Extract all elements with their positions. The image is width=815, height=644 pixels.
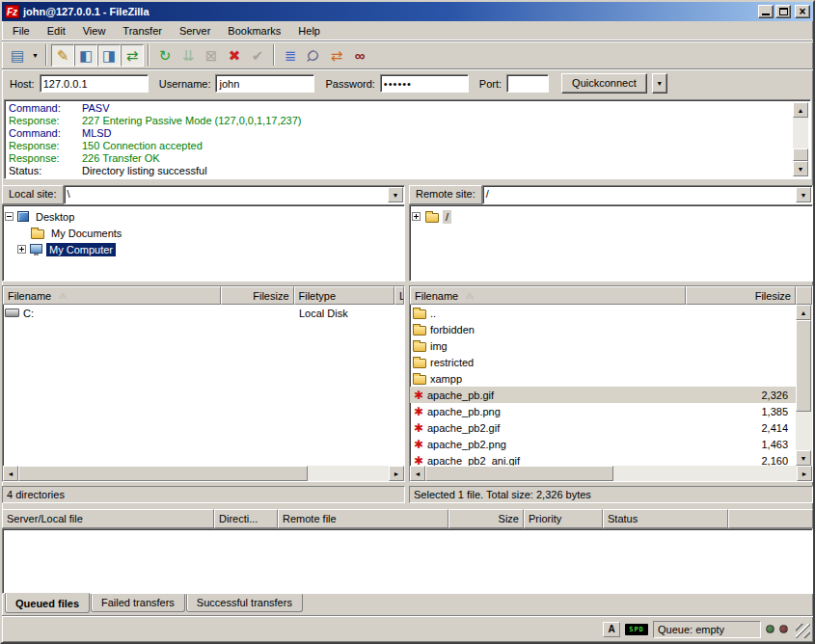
minimize-button[interactable] bbox=[758, 5, 774, 18]
find-button[interactable]: ∞ bbox=[348, 44, 371, 67]
column-header-size[interactable]: Size bbox=[448, 509, 524, 528]
message-log[interactable]: Command:PASV Response:227 Entering Passi… bbox=[4, 99, 811, 179]
remote-tree[interactable]: / bbox=[409, 204, 813, 282]
scrollbar-thumb[interactable] bbox=[796, 320, 811, 412]
toggle-message-log-button[interactable]: ✎ bbox=[51, 44, 74, 67]
menu-file[interactable]: File bbox=[4, 22, 39, 40]
tree-item-root[interactable]: / bbox=[412, 208, 810, 225]
chevron-down-icon[interactable]: ▼ bbox=[796, 187, 811, 202]
local-rows[interactable]: C: Local Disk bbox=[3, 305, 404, 466]
process-queue-button[interactable]: ⇊ bbox=[177, 44, 200, 67]
tree-label-selected[interactable]: My Computer bbox=[46, 243, 116, 256]
remote-treeview-icon: ◨ bbox=[102, 48, 116, 63]
column-header-filetype[interactable]: Filetype bbox=[294, 286, 395, 305]
local-horizontal-scrollbar[interactable]: ◄ ► bbox=[3, 466, 404, 481]
scrollbar-thumb[interactable] bbox=[18, 466, 308, 481]
column-header-lastmodified[interactable]: L bbox=[394, 286, 404, 305]
password-input[interactable] bbox=[380, 74, 469, 93]
log-scrollbar[interactable]: ▲ ▼ bbox=[793, 102, 808, 176]
file-row[interactable]: .. bbox=[410, 305, 796, 321]
column-header-filesize[interactable]: Filesize bbox=[686, 286, 796, 305]
file-row[interactable]: restricted bbox=[410, 354, 796, 370]
scroll-left-icon[interactable]: ◄ bbox=[3, 466, 18, 481]
local-tree[interactable]: Desktop My Documents My Computer bbox=[2, 204, 405, 282]
directory-comparison-button[interactable]: Ϙ bbox=[302, 44, 325, 67]
scrollbar-thumb[interactable] bbox=[425, 466, 613, 481]
remote-vertical-scrollbar[interactable]: ▲ ▼ bbox=[796, 305, 812, 466]
tab-successful-transfers[interactable]: Successful transfers bbox=[186, 594, 303, 612]
expand-icon[interactable] bbox=[412, 212, 421, 221]
tree-label-selected[interactable]: / bbox=[443, 210, 451, 224]
tab-queued-files[interactable]: Queued files bbox=[5, 593, 90, 613]
tree-label[interactable]: Desktop bbox=[33, 210, 77, 224]
column-header-filesize[interactable]: Filesize bbox=[221, 286, 294, 305]
tab-failed-transfers[interactable]: Failed transfers bbox=[91, 594, 185, 612]
menu-help[interactable]: Help bbox=[289, 22, 329, 40]
toggle-local-treeview-button[interactable]: ◧ bbox=[74, 44, 97, 67]
refresh-button[interactable]: ↻ bbox=[153, 44, 177, 67]
host-input[interactable] bbox=[40, 74, 149, 93]
username-input[interactable] bbox=[215, 74, 314, 93]
tree-label[interactable]: My Documents bbox=[48, 227, 124, 240]
scroll-down-icon[interactable]: ▼ bbox=[796, 450, 811, 466]
file-row[interactable]: apache_pb2_ani.gif2,160 bbox=[410, 452, 796, 466]
column-header-status[interactable]: Status bbox=[603, 509, 728, 528]
site-manager-button[interactable]: ▤ bbox=[6, 44, 29, 67]
scroll-up-icon[interactable]: ▲ bbox=[796, 305, 811, 320]
menu-view[interactable]: View bbox=[74, 22, 115, 40]
column-header-filename[interactable]: Filename bbox=[3, 286, 221, 305]
maximize-button[interactable] bbox=[775, 5, 791, 18]
filter-button[interactable]: ≣ bbox=[279, 44, 302, 67]
transfer-type-indicator-icon[interactable]: A bbox=[603, 622, 620, 637]
column-header-remote-file[interactable]: Remote file bbox=[278, 509, 448, 528]
reconnect-button[interactable]: ✔ bbox=[246, 44, 269, 67]
scroll-down-icon[interactable]: ▼ bbox=[793, 161, 808, 176]
port-input[interactable] bbox=[506, 74, 549, 93]
scroll-up-icon[interactable]: ▲ bbox=[793, 102, 808, 118]
column-header-priority[interactable]: Priority bbox=[524, 509, 603, 528]
toggle-transfer-queue-button[interactable]: ⇄ bbox=[121, 44, 144, 67]
titlebar[interactable]: Fz john@127.0.0.1 - FileZilla × bbox=[2, 2, 813, 21]
menu-edit[interactable]: Edit bbox=[39, 22, 74, 40]
scroll-right-icon[interactable]: ► bbox=[389, 466, 404, 481]
chevron-down-icon[interactable]: ▼ bbox=[388, 187, 403, 202]
cancel-operation-button[interactable]: ⊠ bbox=[200, 44, 223, 67]
file-row[interactable]: forbidden bbox=[410, 321, 796, 337]
file-row[interactable]: apache_pb2.png1,463 bbox=[410, 436, 796, 452]
file-row[interactable]: xampp bbox=[410, 370, 796, 387]
synchronized-browsing-button[interactable]: ⇄ bbox=[325, 44, 348, 67]
collapse-icon[interactable] bbox=[5, 212, 14, 221]
file-row[interactable]: apache_pb.png1,385 bbox=[410, 403, 796, 419]
disconnect-button[interactable]: ✖ bbox=[223, 44, 246, 67]
tree-item-desktop[interactable]: Desktop bbox=[5, 208, 402, 225]
local-site-combobox[interactable]: \ ▼ bbox=[64, 185, 405, 204]
expand-icon[interactable] bbox=[17, 245, 26, 254]
filename: xampp bbox=[430, 373, 462, 385]
close-button[interactable]: × bbox=[795, 5, 810, 18]
tree-item-my-documents[interactable]: My Documents bbox=[5, 225, 402, 241]
file-row-c-drive[interactable]: C: Local Disk bbox=[3, 305, 404, 321]
file-row-selected[interactable]: apache_pb.gif2,326 bbox=[410, 387, 796, 403]
column-header-server-local-file[interactable]: Server/Local file bbox=[2, 509, 214, 528]
menu-transfer[interactable]: Transfer bbox=[114, 22, 171, 40]
site-manager-dropdown[interactable]: ▼ bbox=[29, 44, 41, 67]
file-row[interactable]: img bbox=[410, 337, 796, 354]
scrollbar-thumb[interactable] bbox=[793, 148, 808, 161]
speed-limit-indicator-icon[interactable]: SPD bbox=[625, 624, 648, 635]
scroll-left-icon[interactable]: ◄ bbox=[410, 466, 425, 481]
remote-horizontal-scrollbar[interactable]: ◄ ► bbox=[410, 466, 812, 481]
column-header-direction[interactable]: Directi... bbox=[214, 509, 278, 528]
remote-site-combobox[interactable]: / ▼ bbox=[482, 185, 813, 204]
scroll-right-icon[interactable]: ► bbox=[797, 466, 812, 481]
file-row[interactable]: apache_pb2.gif2,414 bbox=[410, 419, 796, 436]
tree-item-my-computer[interactable]: My Computer bbox=[5, 241, 402, 257]
menu-bookmarks[interactable]: Bookmarks bbox=[219, 22, 289, 40]
queue-body[interactable] bbox=[2, 528, 813, 594]
resize-grip[interactable] bbox=[796, 624, 810, 638]
column-header-filename[interactable]: Filename bbox=[410, 286, 686, 305]
menu-server[interactable]: Server bbox=[171, 22, 219, 40]
quickconnect-dropdown[interactable]: ▼ bbox=[652, 73, 667, 94]
remote-rows[interactable]: .. forbidden img restricted xampp apache… bbox=[410, 305, 796, 466]
toggle-remote-treeview-button[interactable]: ◨ bbox=[97, 44, 121, 67]
quickconnect-button[interactable]: Quickconnect bbox=[561, 73, 647, 94]
